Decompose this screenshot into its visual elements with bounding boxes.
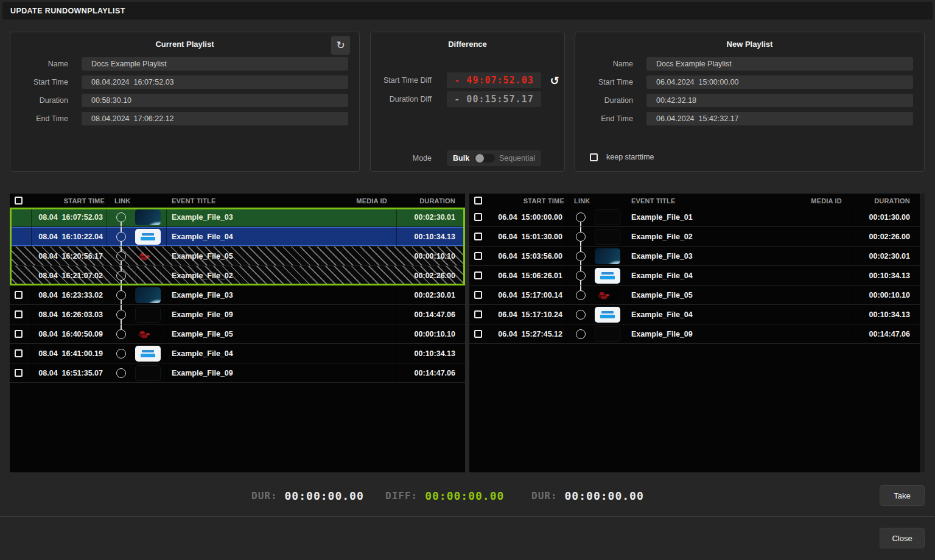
- link-line-up: [121, 324, 122, 329]
- table-row[interactable]: 06.04 15:27:45.12Example_File_0900:14:47…: [469, 324, 920, 344]
- link-circle-icon[interactable]: [576, 271, 586, 281]
- table-row[interactable]: 08.04 16:10:22.04Example_File_0400:10:34…: [10, 227, 465, 247]
- mode-option-sequential[interactable]: Sequential: [499, 154, 535, 163]
- link-circle-icon[interactable]: [116, 329, 126, 339]
- row-checkbox[interactable]: [15, 349, 23, 357]
- row-checkbox-cell: [469, 305, 491, 324]
- refresh-icon[interactable]: ↻: [331, 36, 350, 55]
- table-row[interactable]: 08.04 16:40:50.09Example_File_0500:00:10…: [10, 324, 465, 344]
- row-link-cell[interactable]: [107, 305, 135, 324]
- current-starttime-label: Start Time: [10, 78, 68, 86]
- table-row[interactable]: 08.04 16:26:03.03Example_File_0900:14:47…: [10, 305, 465, 324]
- row-link-cell[interactable]: [107, 363, 135, 382]
- row-checkbox-cell: [469, 227, 491, 246]
- link-circle-icon[interactable]: [576, 212, 586, 222]
- row-checkbox-cell: [469, 266, 491, 285]
- table-row[interactable]: 08.04 16:41:00.19Example_File_0400:10:34…: [10, 344, 465, 363]
- row-link-cell[interactable]: [567, 247, 595, 265]
- row-checkbox[interactable]: [474, 330, 482, 338]
- row-checkbox[interactable]: [15, 310, 23, 318]
- table-row[interactable]: 08.04 16:23:33.02Example_File_0300:02:30…: [10, 285, 465, 305]
- row-link-cell[interactable]: [567, 208, 595, 226]
- row-checkbox[interactable]: [474, 310, 482, 318]
- row-link-cell[interactable]: [107, 266, 135, 285]
- row-link-cell[interactable]: [567, 324, 595, 343]
- row-duration: 00:00:10.10: [397, 324, 465, 343]
- new-starttime-field[interactable]: 06.04.2024 15:00:00.00: [646, 75, 913, 89]
- row-thumbnail-cell: [135, 344, 167, 363]
- mode-option-bulk[interactable]: Bulk: [453, 154, 469, 163]
- thumbnail-black: [595, 229, 620, 245]
- table-row[interactable]: 06.04 15:06:26.01Example_File_0400:10:34…: [469, 266, 920, 285]
- current-duration-field[interactable]: 00:58:30.10: [82, 94, 348, 107]
- table-row[interactable]: 08.04 16:51:35.07Example_File_0900:14:47…: [10, 363, 465, 383]
- row-checkbox[interactable]: [474, 213, 482, 221]
- row-event-title: Example_File_04: [167, 344, 318, 363]
- table-row[interactable]: 08.04 16:07:52.03Example_File_0300:02:30…: [10, 208, 465, 227]
- link-circle-icon[interactable]: [116, 232, 126, 242]
- take-button[interactable]: Take: [880, 485, 925, 506]
- table-row[interactable]: 06.04 15:17:10.24Example_File_0400:10:34…: [469, 305, 920, 324]
- link-circle-icon[interactable]: [116, 290, 126, 300]
- selected-duration-right: DUR: 00:00:00.00: [531, 488, 644, 503]
- row-checkbox[interactable]: [474, 291, 482, 299]
- link-circle-icon[interactable]: [576, 310, 586, 320]
- table-row[interactable]: 06.04 15:03:56.00Example_File_0300:02:30…: [469, 247, 920, 266]
- row-link-cell[interactable]: [107, 247, 135, 265]
- table-row[interactable]: 06.04 15:17:00.14Example_File_0500:00:10…: [469, 285, 920, 305]
- thumbnail-splatter: [135, 248, 161, 264]
- new-endtime-field[interactable]: 06.04.2024 15:42:32.17: [646, 112, 913, 125]
- link-circle-icon[interactable]: [116, 349, 126, 359]
- current-starttime-field[interactable]: 08.04.2024 16:07:52.03: [82, 75, 348, 89]
- link-circle-icon[interactable]: [576, 329, 586, 339]
- row-checkbox[interactable]: [474, 252, 482, 260]
- current-name-field[interactable]: Docs Example Playlist: [82, 57, 348, 71]
- row-checkbox[interactable]: [15, 291, 23, 299]
- scrollbar-track[interactable]: [920, 194, 925, 472]
- row-link-cell[interactable]: [567, 227, 595, 246]
- link-circle-icon[interactable]: [576, 290, 586, 300]
- row-media-id: [772, 285, 852, 304]
- link-circle-icon[interactable]: [116, 271, 126, 281]
- select-all-checkbox[interactable]: [15, 197, 23, 205]
- table-row[interactable]: 06.04 15:01:30.00Example_File_0200:02:26…: [469, 227, 920, 247]
- row-duration: 00:10:34.13: [397, 344, 465, 363]
- row-link-cell[interactable]: [567, 305, 595, 324]
- link-circle-icon[interactable]: [116, 310, 126, 320]
- link-circle-icon[interactable]: [116, 212, 126, 222]
- row-link-cell[interactable]: [107, 324, 135, 343]
- row-link-cell[interactable]: [107, 227, 135, 246]
- link-circle-icon[interactable]: [576, 251, 586, 261]
- duration-diff-label: Duration Diff: [371, 95, 432, 103]
- table-row[interactable]: 08.04 16:21:07.02Example_File_0200:02:26…: [10, 266, 465, 285]
- link-line-down: [580, 280, 581, 285]
- link-circle-icon[interactable]: [576, 232, 586, 242]
- row-checkbox[interactable]: [15, 369, 23, 377]
- row-checkbox[interactable]: [15, 330, 23, 338]
- close-button[interactable]: Close: [880, 528, 925, 548]
- row-link-cell[interactable]: [107, 285, 135, 304]
- row-checkbox[interactable]: [474, 233, 482, 240]
- row-link-cell[interactable]: [567, 266, 595, 285]
- row-link-cell[interactable]: [107, 208, 135, 226]
- row-checkbox[interactable]: [474, 271, 482, 279]
- row-link-cell[interactable]: [107, 344, 135, 363]
- new-name-field[interactable]: Docs Example Playlist: [646, 57, 913, 71]
- keep-starttime-checkbox[interactable]: [590, 153, 598, 161]
- row-thumbnail-cell: [135, 324, 167, 343]
- row-start-time: 06.04 15:06:26.01: [491, 266, 567, 285]
- reset-icon[interactable]: ↺: [547, 72, 562, 88]
- table-row[interactable]: 06.04 15:00:00.00Example_File_0100:01:30…: [469, 208, 920, 227]
- row-link-cell[interactable]: [567, 285, 595, 304]
- row-checkbox-cell: [10, 227, 32, 246]
- row-duration: 00:00:10.10: [852, 285, 920, 304]
- link-circle-icon[interactable]: [116, 251, 126, 261]
- mode-switch[interactable]: [474, 154, 495, 163]
- new-duration-field[interactable]: 00:42:32.18: [646, 94, 913, 107]
- table-row[interactable]: 08.04 16:20:56.17Example_File_0500:00:10…: [10, 247, 465, 266]
- select-all-checkbox[interactable]: [474, 197, 482, 205]
- starttime-diff-display: - 49:07:52.03: [447, 72, 541, 88]
- current-endtime-field[interactable]: 08.04.2024 17:06:22.12: [82, 112, 348, 125]
- mode-toggle[interactable]: Bulk Sequential: [447, 150, 541, 166]
- link-circle-icon[interactable]: [116, 368, 126, 378]
